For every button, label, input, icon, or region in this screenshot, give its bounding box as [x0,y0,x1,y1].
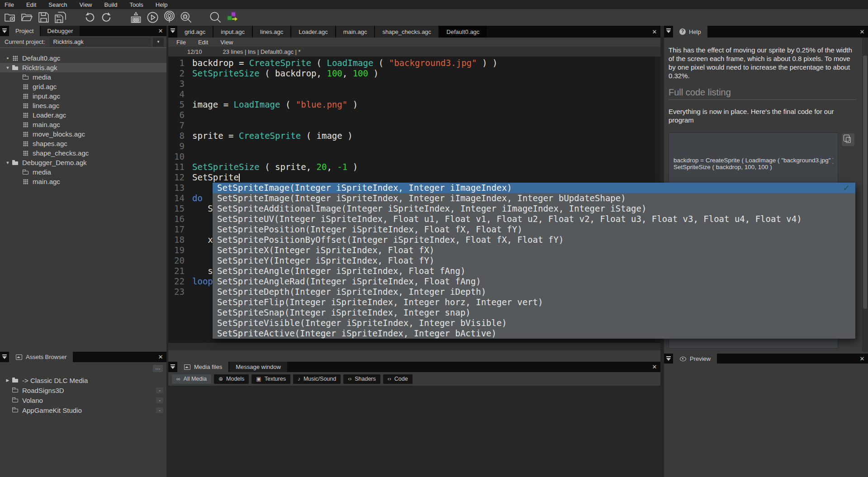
line-number: 16 [168,214,185,224]
autocomplete-item[interactable]: SetSpriteImage(Integer iSpriteIndex, Int… [213,183,855,193]
close-icon[interactable]: ✕ [856,28,868,35]
tab-assets-browser[interactable]: Assets Browser [9,352,73,362]
close-icon[interactable]: ✕ [155,354,166,360]
media-filter-button[interactable]: ∞ All Media [172,374,211,384]
tree-item[interactable]: ▼ Debugger_Demo.agk [0,158,166,167]
menubar-item[interactable]: Tools [129,1,143,8]
redo-button[interactable] [98,10,115,25]
autocomplete-item[interactable]: SetSpriteX(Integer iSpriteIndex, Float f… [213,245,855,255]
tree-item[interactable]: media [0,167,166,177]
panel-collapse-icon[interactable] [664,354,673,364]
asset-folder-row[interactable]: RoadSigns3D - [0,385,166,395]
tree-item[interactable]: media [0,72,166,82]
undo-button[interactable] [81,10,98,25]
current-project-dropdown[interactable]: ▼ [153,38,164,47]
run-button[interactable] [144,10,161,25]
menubar-item[interactable]: File [5,1,14,8]
media-filter-button[interactable]: ‹› Code [383,374,413,384]
debug-button[interactable] [178,10,194,25]
autocomplete-item[interactable]: SetSpriteVisible(Integer iSpriteIndex, I… [213,318,855,328]
save-all-button[interactable] [52,10,69,25]
remove-folder-button[interactable]: - [156,387,163,393]
editor-tab[interactable]: grid.agc [177,26,213,38]
editor-menu-item[interactable]: File [176,39,186,46]
panel-collapse-icon[interactable] [664,26,673,38]
scrollbar-thumb[interactable] [863,56,867,309]
current-project-value[interactable]: Ricktris.agk [50,38,151,47]
tree-item[interactable]: move_blocks.agc [0,129,166,139]
tab-preview[interactable]: Preview [673,354,717,364]
panel-tab[interactable]: Project [9,26,40,36]
media-panel-tab[interactable]: Media files [177,362,228,372]
copy-code-button[interactable] [842,133,854,146]
editor-menu-item[interactable]: Edit [198,39,208,46]
autocomplete-item[interactable]: SetSpritePositionByOffset(Integer iSprit… [213,235,855,245]
media-filter-button[interactable]: ⊕ Models [214,374,249,384]
panel-tab[interactable]: Debugger [41,26,79,36]
editor-tab-label: grid.agc [185,28,205,35]
broadcast-button[interactable] [161,10,178,25]
open-project-button[interactable] [19,10,35,25]
tree-item[interactable]: ● Default0.agc [0,53,166,63]
tree-item[interactable]: Loader.agc [0,110,166,120]
tree-item[interactable]: lines.agc [0,101,166,110]
asset-folder-row[interactable]: AppGameKit Studio - [0,405,166,415]
menubar-item[interactable]: Help [156,1,168,8]
editor-horizontal-scrollbar[interactable] [168,342,660,350]
editor-tab[interactable]: input.agc [213,26,252,38]
new-project-button[interactable] [2,10,19,25]
tab-help[interactable]: ? Help [673,26,707,38]
tree-item[interactable]: ▼ Ricktris.agk [0,63,166,72]
close-icon[interactable]: ✕ [649,364,660,370]
autocomplete-item[interactable]: SetSpriteY(Integer iSpriteIndex, Float f… [213,255,855,266]
autocomplete-item[interactable]: SetSpriteUV(Integer iSpriteIndex, Float … [213,214,855,224]
autocomplete-item[interactable]: SetSpriteSnap(Integer iSpriteIndex, Inte… [213,307,855,318]
autocomplete-item[interactable]: SetSpriteAdditionalImage(Integer iSprite… [213,203,855,214]
help-scrollbar[interactable] [862,38,868,352]
tree-item[interactable]: shapes.agc [0,139,166,148]
media-filter-button[interactable]: ‹› Shaders [343,374,380,384]
editor-tab[interactable]: Default0.agc [439,26,487,38]
menubar-item[interactable]: Build [104,1,118,8]
close-icon[interactable]: ✕ [649,28,660,35]
menubar-item[interactable]: View [80,1,92,8]
autocomplete-item[interactable]: SetSpriteAngle(Integer iSpriteIndex, Flo… [213,266,855,276]
export-media-button[interactable] [224,10,241,25]
tree-item[interactable]: main.agc [0,177,166,186]
tree-item[interactable]: shape_checks.agc [0,148,166,158]
remove-folder-button[interactable]: - [156,397,163,403]
panel-collapse-icon[interactable] [168,26,177,38]
autocomplete-item[interactable]: SetSpriteActive(Integer iSpriteIndex, In… [213,328,855,339]
tree-item[interactable]: main.agc [0,120,166,129]
panel-collapse-icon[interactable] [168,362,177,372]
menubar-item[interactable]: Edit [26,1,36,8]
autocomplete-item[interactable]: SetSpriteFlip(Integer iSpriteIndex, Inte… [213,297,855,307]
editor-menu-item[interactable]: View [220,39,233,46]
media-panel-tab[interactable]: Message window [229,362,287,372]
editor-tab[interactable]: main.agc [336,26,375,38]
editor-tab[interactable]: lines.agc [253,26,290,38]
menubar-item[interactable]: Search [48,1,67,8]
panel-collapse-icon[interactable] [0,352,9,362]
autocomplete-item[interactable]: SetSpriteAngleRad(Integer iSpriteIndex, … [213,276,855,287]
save-button[interactable] [35,10,52,25]
panel-collapse-icon[interactable] [0,26,9,36]
search-button[interactable] [207,10,224,25]
remove-folder-button[interactable]: - [156,407,163,413]
close-icon[interactable]: ✕ [155,28,166,34]
autocomplete-item[interactable]: SetSpriteImage(Integer iSpriteIndex, Int… [213,193,855,203]
compile-button[interactable] [128,10,144,25]
asset-folder-row[interactable]: ▶ -> Classic DLC Media - [0,375,166,385]
media-filter-button[interactable]: ▣ Textures [251,374,290,384]
autocomplete-item[interactable]: SetSpritePosition(Integer iSpriteIndex, … [213,224,855,235]
browse-folders-button[interactable]: … [153,365,163,372]
autocomplete-item[interactable]: SetSpriteDepth(Integer iSpriteIndex, Int… [213,287,855,297]
media-filter-button[interactable]: ♪ Music/Sound [293,374,341,384]
editor-tab[interactable]: Loader.agc [291,26,335,38]
tree-item[interactable]: grid.agc [0,82,166,91]
tree-item[interactable]: input.agc [0,91,166,101]
code-line: 2 SetSpriteSize ( backdrop, 100, 100 ) [168,68,660,79]
editor-tab[interactable]: shape_checks.agc [375,26,438,38]
close-icon[interactable]: ✕ [856,355,868,362]
asset-folder-row[interactable]: Volano - [0,395,166,405]
